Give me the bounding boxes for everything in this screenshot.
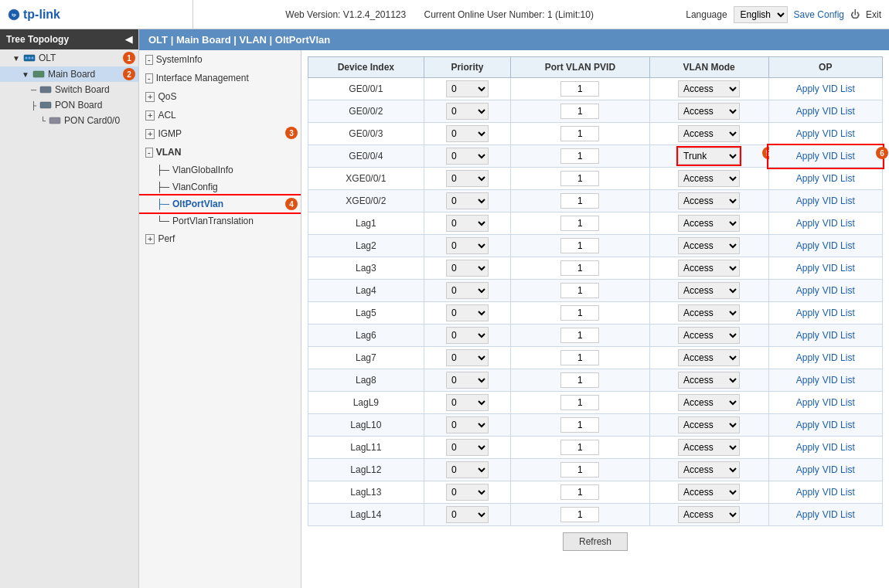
pvid-input[interactable] — [560, 193, 599, 209]
priority-select[interactable]: 01234567 — [446, 394, 489, 411]
priority-select[interactable]: 01234567 — [446, 372, 489, 389]
apply-link[interactable]: Apply — [796, 330, 819, 341]
priority-select[interactable]: 01234567 — [446, 439, 489, 456]
apply-link[interactable]: Apply — [796, 151, 819, 161]
vid-list-link[interactable]: VID List — [823, 263, 855, 274]
sidebar-item-poncard[interactable]: └ PON Card0/0 — [0, 113, 138, 128]
vlan-mode-select[interactable]: AccessTrunkHybrid — [678, 260, 740, 277]
menu-perf[interactable]: + Perf — [139, 229, 301, 248]
priority-select[interactable]: 01234567 — [446, 506, 489, 523]
apply-link[interactable]: Apply — [796, 509, 819, 520]
pvid-input[interactable] — [560, 395, 599, 410]
menu-systeminfo[interactable]: - SystemInfo — [139, 50, 301, 69]
apply-link[interactable]: Apply — [796, 464, 819, 475]
priority-select[interactable]: 01234567 — [446, 192, 489, 209]
menu-qos[interactable]: + QoS — [139, 87, 301, 106]
pvid-input[interactable] — [560, 462, 599, 478]
sidebar-item-olt[interactable]: ▼ OLT 1 — [0, 49, 138, 66]
vlan-mode-select[interactable]: AccessTrunkHybrid — [678, 349, 740, 366]
vlan-mode-select[interactable]: AccessTrunkHybrid — [678, 327, 740, 344]
pvid-input[interactable] — [560, 440, 599, 455]
apply-link[interactable]: Apply — [796, 420, 819, 430]
priority-select[interactable]: 01234567 — [446, 80, 489, 97]
vid-list-link[interactable]: VID List — [823, 285, 855, 296]
save-config-link[interactable]: Save Config — [794, 9, 844, 20]
vlan-mode-select[interactable]: AccessTrunkHybrid — [678, 416, 740, 433]
pvid-input[interactable] — [560, 216, 599, 231]
apply-link[interactable]: Apply — [796, 285, 819, 296]
priority-select[interactable]: 01234567 — [446, 148, 489, 165]
exit-button[interactable]: Exit — [866, 9, 881, 20]
vlan-mode-select[interactable]: AccessTrunkHybrid — [678, 439, 740, 456]
vid-list-link[interactable]: VID List — [823, 308, 855, 318]
vid-list-link[interactable]: VID List — [823, 128, 855, 139]
pvid-input[interactable] — [560, 283, 599, 298]
vid-list-link[interactable]: VID List — [823, 420, 855, 430]
priority-select[interactable]: 01234567 — [446, 260, 489, 277]
vid-list-link[interactable]: VID List — [823, 240, 855, 251]
priority-select[interactable]: 01234567 — [446, 282, 489, 299]
refresh-button[interactable]: Refresh — [563, 532, 628, 551]
priority-select[interactable]: 01234567 — [446, 170, 489, 187]
pvid-input[interactable] — [560, 328, 599, 343]
apply-link[interactable]: Apply — [796, 308, 819, 318]
pvid-input[interactable] — [560, 507, 599, 522]
vlan-mode-select[interactable]: AccessTrunkHybrid — [678, 461, 740, 478]
vid-list-link[interactable]: VID List — [823, 330, 855, 341]
submenu-portvlantranslation[interactable]: └─ PortVlanTranslation — [139, 212, 301, 229]
pvid-input[interactable] — [560, 350, 599, 365]
priority-select[interactable]: 01234567 — [446, 461, 489, 478]
apply-link[interactable]: Apply — [796, 487, 819, 498]
vid-list-link[interactable]: VID List — [823, 106, 855, 117]
vlan-mode-select[interactable]: AccessTrunkHybrid — [678, 282, 740, 299]
vid-list-link[interactable]: VID List — [823, 442, 855, 453]
apply-link[interactable]: Apply — [796, 218, 819, 229]
vlan-mode-select[interactable]: AccessTrunkHybrid — [678, 148, 740, 165]
apply-link[interactable]: Apply — [796, 352, 819, 363]
submenu-vlanconfig[interactable]: ├─ VlanConfig — [139, 178, 301, 195]
priority-select[interactable]: 01234567 — [446, 125, 489, 142]
vlan-mode-select[interactable]: AccessTrunkHybrid — [678, 80, 740, 97]
vid-list-link[interactable]: VID List — [823, 375, 855, 386]
vlan-mode-select[interactable]: AccessTrunkHybrid — [678, 506, 740, 523]
vlan-mode-select[interactable]: AccessTrunkHybrid — [678, 484, 740, 501]
vlan-mode-select[interactable]: AccessTrunkHybrid — [678, 237, 740, 254]
vid-list-link[interactable]: VID List — [823, 509, 855, 520]
priority-select[interactable]: 01234567 — [446, 349, 489, 366]
submenu-oltportvlan[interactable]: ├─ OltPortVlan 4 — [139, 195, 301, 212]
pvid-input[interactable] — [560, 148, 599, 164]
vlan-mode-select[interactable]: AccessTrunkHybrid — [678, 103, 740, 120]
vlan-mode-select[interactable]: AccessTrunkHybrid — [678, 394, 740, 411]
apply-link[interactable]: Apply — [796, 128, 819, 139]
priority-select[interactable]: 01234567 — [446, 237, 489, 254]
pvid-input[interactable] — [560, 126, 599, 141]
submenu-vlanglobalinfo[interactable]: ├─ VlanGlobalInfo — [139, 161, 301, 178]
apply-link[interactable]: Apply — [796, 83, 819, 94]
priority-select[interactable]: 01234567 — [446, 416, 489, 433]
pvid-input[interactable] — [560, 305, 599, 321]
vid-list-link[interactable]: VID List — [823, 173, 855, 184]
vid-list-link[interactable]: VID List — [823, 195, 855, 206]
vlan-mode-select[interactable]: AccessTrunkHybrid — [678, 170, 740, 187]
vlan-mode-select[interactable]: AccessTrunkHybrid — [678, 372, 740, 389]
apply-link[interactable]: Apply — [796, 375, 819, 386]
sidebar-item-switchboard[interactable]: ─ Switch Board — [0, 82, 138, 97]
vid-list-link[interactable]: VID List — [823, 151, 855, 161]
vlan-mode-select[interactable]: AccessTrunkHybrid — [678, 304, 740, 321]
priority-select[interactable]: 01234567 — [446, 304, 489, 321]
sidebar-item-ponboard[interactable]: ├ PON Board — [0, 97, 138, 113]
priority-select[interactable]: 01234567 — [446, 484, 489, 501]
vid-list-link[interactable]: VID List — [823, 487, 855, 498]
pvid-input[interactable] — [560, 238, 599, 253]
vid-list-link[interactable]: VID List — [823, 397, 855, 408]
pvid-input[interactable] — [560, 81, 599, 97]
sidebar-item-mainboard[interactable]: ▼ Main Board 2 — [0, 66, 138, 82]
priority-select[interactable]: 01234567 — [446, 103, 489, 120]
vid-list-link[interactable]: VID List — [823, 352, 855, 363]
pvid-input[interactable] — [560, 484, 599, 500]
apply-link[interactable]: Apply — [796, 397, 819, 408]
apply-link[interactable]: Apply — [796, 173, 819, 184]
sidebar-collapse-icon[interactable]: ◀ — [125, 34, 132, 45]
menu-igmp[interactable]: + IGMP 3 — [139, 124, 301, 143]
pvid-input[interactable] — [560, 171, 599, 186]
